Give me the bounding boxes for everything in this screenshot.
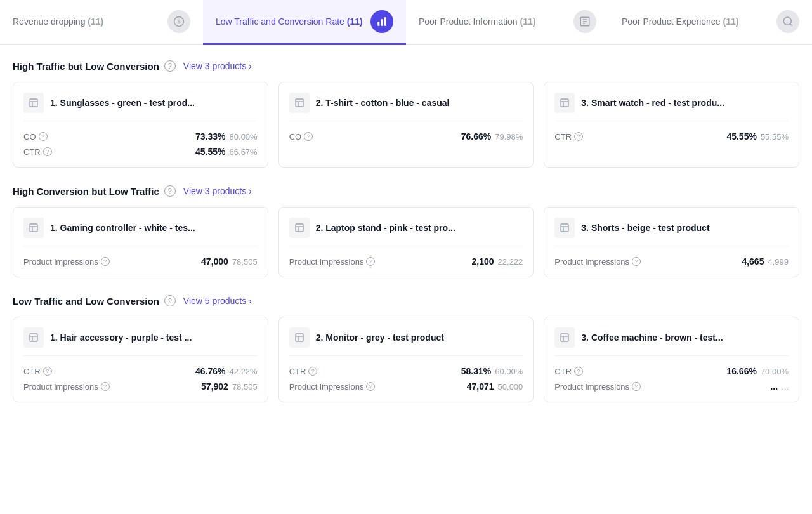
svg-rect-17 xyxy=(30,334,37,341)
metric-row-1: Product impressions ? 47,071 50,000 xyxy=(289,381,523,392)
svg-rect-3 xyxy=(381,19,383,26)
metric-prev-0: 79.98% xyxy=(495,132,523,142)
metric-info-icon[interactable]: ? xyxy=(632,382,641,391)
metric-prev-0: 60.00% xyxy=(495,367,523,376)
metric-info-icon[interactable]: ? xyxy=(632,257,641,266)
metric-info-icon[interactable]: ? xyxy=(574,367,583,376)
section-title-high-conversion-low-traffic: High Conversion but Low Traffic xyxy=(13,186,159,197)
section-title-low-traffic-low-conversion: Low Traffic and Low Conversion xyxy=(13,296,159,306)
metric-current-0: 4,665 xyxy=(742,256,764,267)
product-card-header-2: 3. Shorts - beige - test product xyxy=(554,218,789,246)
metric-row-0: CTR ? 58.31% 60.00% xyxy=(289,366,523,376)
product-name-high-conversion-low-traffic-2: 3. Shorts - beige - test product xyxy=(581,223,709,233)
metric-values-0: 4,665 4,999 xyxy=(742,256,789,267)
svg-rect-16 xyxy=(561,224,568,232)
metric-prev-0: 4,999 xyxy=(768,257,789,267)
product-name-low-traffic-low-conversion-0: 1. Hair accessory - purple - test ... xyxy=(50,333,192,343)
products-grid-high-traffic-low-conversion: 1. Sunglasses - green - test prod... CO … xyxy=(13,82,799,168)
metric-label-0: CTR ? xyxy=(554,367,583,376)
product-name-high-conversion-low-traffic-1: 2. Laptop stand - pink - test pro... xyxy=(316,223,455,233)
metric-label-0: Product impressions ? xyxy=(289,257,376,267)
info-icon-high-conversion-low-traffic[interactable]: ? xyxy=(164,185,176,197)
product-name-high-traffic-low-conversion-0: 1. Sunglasses - green - test prod... xyxy=(50,98,195,108)
product-card-high-traffic-low-conversion-1: 2. T-shirt - cotton - blue - casual CO ?… xyxy=(278,82,534,168)
product-name-high-conversion-low-traffic-0: 1. Gaming controller - white - tes... xyxy=(50,223,195,233)
metric-current-1: 45.55% xyxy=(195,147,225,157)
view-link-high-conversion-low-traffic[interactable]: View 3 products › xyxy=(183,186,252,196)
product-card-high-traffic-low-conversion-2: 3. Smart watch - red - test produ... CTR… xyxy=(544,82,799,168)
product-card-header-1: 2. T-shirt - cotton - blue - casual xyxy=(289,93,523,121)
metric-values-0: 73.33% 80.00% xyxy=(195,131,258,142)
metric-values-0: 46.76% 42.22% xyxy=(195,366,258,376)
metric-info-icon[interactable]: ? xyxy=(43,147,52,156)
metric-values-1: 57,902 78,505 xyxy=(201,381,258,392)
product-thumb-0 xyxy=(23,93,44,113)
metric-info-icon[interactable]: ? xyxy=(304,132,313,141)
metric-prev-0: 78,505 xyxy=(232,257,258,267)
products-grid-low-traffic-low-conversion: 1. Hair accessory - purple - test ... CT… xyxy=(13,317,799,402)
tab-revenue[interactable]: Revenue dropping (11) $ xyxy=(0,0,203,45)
product-thumb-2 xyxy=(554,327,575,348)
svg-line-10 xyxy=(790,23,792,25)
tab-product-info[interactable]: Poor Product Information (11) xyxy=(406,0,609,45)
product-card-header-1: 2. Monitor - grey - test product xyxy=(289,327,523,356)
metric-info-icon[interactable]: ? xyxy=(101,382,110,391)
metric-row-0: Product impressions ? 4,665 4,999 xyxy=(554,256,789,267)
metric-info-icon[interactable]: ? xyxy=(366,257,375,266)
metric-label-1: Product impressions ? xyxy=(23,382,110,392)
metric-current-1: 47,071 xyxy=(467,381,494,392)
metric-info-icon[interactable]: ? xyxy=(43,367,52,376)
metric-current-0: 45.55% xyxy=(726,131,756,142)
tab-icon-product-info xyxy=(573,10,596,33)
product-thumb-0 xyxy=(23,218,44,238)
metric-label-0: CO ? xyxy=(289,132,313,142)
metric-current-1: ... xyxy=(770,381,778,392)
metric-values-0: 58.31% 60.00% xyxy=(461,366,523,376)
product-card-header-2: 3. Smart watch - red - test produ... xyxy=(554,93,789,121)
product-thumb-0 xyxy=(23,327,44,348)
view-link-high-traffic-low-conversion[interactable]: View 3 products › xyxy=(183,61,252,71)
metric-label-0: CTR ? xyxy=(554,132,583,142)
metric-label-0: Product impressions ? xyxy=(554,257,641,267)
metric-current-0: 47,000 xyxy=(201,256,228,267)
metric-prev-1: 50,000 xyxy=(498,382,523,392)
metric-info-icon[interactable]: ? xyxy=(366,382,375,391)
product-thumb-2 xyxy=(554,93,575,113)
metric-prev-0: 55.55% xyxy=(761,132,789,142)
tab-content-product-exp: Poor Product Experience (11) xyxy=(622,16,738,27)
tab-label-traffic: Low Traffic and Conversion Rate (11) xyxy=(216,16,363,27)
product-thumb-1 xyxy=(289,93,310,113)
metric-values-1: 45.55% 66.67% xyxy=(195,147,258,157)
tab-label-revenue: Revenue dropping (11) xyxy=(13,16,103,27)
tab-traffic[interactable]: Low Traffic and Conversion Rate (11) xyxy=(203,0,406,45)
info-icon-low-traffic-low-conversion[interactable]: ? xyxy=(164,295,176,306)
product-name-low-traffic-low-conversion-2: 3. Coffee machine - brown - test... xyxy=(581,333,723,343)
metric-info-icon[interactable]: ? xyxy=(101,257,110,266)
tab-content-revenue: Revenue dropping (11) xyxy=(13,16,103,27)
section-header-high-conversion-low-traffic: High Conversion but Low Traffic ? View 3… xyxy=(13,185,799,197)
product-card-high-conversion-low-traffic-0: 1. Gaming controller - white - tes... Pr… xyxy=(13,207,268,277)
metric-label-0: CTR ? xyxy=(23,367,52,376)
tab-icon-traffic xyxy=(370,10,393,33)
metric-row-1: Product impressions ? ... ... xyxy=(554,381,789,392)
metric-label-0: Product impressions ? xyxy=(23,257,110,267)
metric-info-icon[interactable]: ? xyxy=(39,132,48,141)
metric-values-1: 47,071 50,000 xyxy=(467,381,523,392)
main-content: High Traffic but Low Conversion ? View 3… xyxy=(0,45,812,435)
metric-prev-0: 22,222 xyxy=(498,257,523,267)
product-thumb-1 xyxy=(289,327,310,348)
tab-product-exp[interactable]: Poor Product Experience (11) xyxy=(609,0,812,45)
view-link-low-traffic-low-conversion[interactable]: View 5 products › xyxy=(183,296,252,306)
metric-row-0: CO ? 73.33% 80.00% xyxy=(23,131,258,142)
metric-values-0: 2,100 22,222 xyxy=(472,256,523,267)
metric-label-1: Product impressions ? xyxy=(289,382,376,392)
tab-count-product-info: (11) xyxy=(520,16,536,27)
metric-info-icon[interactable]: ? xyxy=(308,367,317,376)
section-high-traffic-low-conversion: High Traffic but Low Conversion ? View 3… xyxy=(13,60,799,168)
metric-values-1: ... ... xyxy=(770,381,789,392)
svg-point-9 xyxy=(783,17,791,25)
info-icon-high-traffic-low-conversion[interactable]: ? xyxy=(164,60,176,72)
metric-info-icon[interactable]: ? xyxy=(574,132,583,141)
svg-rect-12 xyxy=(296,99,303,107)
product-card-high-traffic-low-conversion-0: 1. Sunglasses - green - test prod... CO … xyxy=(13,82,268,168)
